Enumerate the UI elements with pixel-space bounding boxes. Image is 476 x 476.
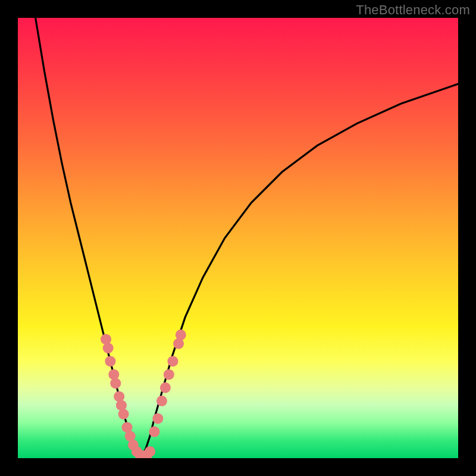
scatter-dot (167, 356, 178, 367)
scatter-dot (105, 356, 115, 367)
scatter-dot (152, 413, 163, 424)
scatter-dot (164, 369, 174, 380)
scatter-dot (108, 369, 119, 380)
scatter-dot (145, 446, 155, 457)
scatter-dot (149, 427, 159, 437)
scatter-dot (160, 383, 171, 393)
right-curve-line (141, 84, 458, 456)
scatter-dot (156, 396, 167, 406)
right-scatter-group (149, 330, 186, 437)
scatter-dot (110, 378, 121, 389)
scatter-dot (118, 409, 129, 419)
scatter-dot (103, 343, 114, 353)
watermark-text: TheBottleneck.com (356, 2, 470, 18)
left-curve-line (36, 18, 142, 456)
left-scatter-group (101, 334, 155, 458)
chart-svg (18, 18, 458, 458)
scatter-dot (176, 330, 186, 340)
